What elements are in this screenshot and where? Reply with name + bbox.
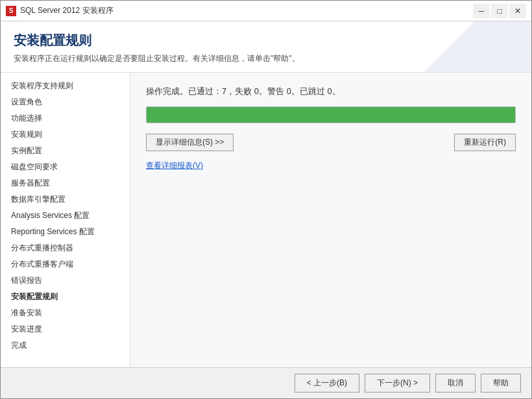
sidebar-item-6[interactable]: 服务器配置 <box>1 175 130 191</box>
cancel-button[interactable]: 取消 <box>435 374 476 393</box>
main-content: 安装配置规则 安装程序正在运行规则以确定是否要阻止安装过程。有关详细信息，请单击… <box>1 21 531 367</box>
close-button[interactable]: ✕ <box>509 4 526 18</box>
rerun-button[interactable]: 重新运行(R) <box>454 134 516 151</box>
next-button[interactable]: 下一步(N) > <box>365 374 430 393</box>
header-bg-decoration <box>402 21 531 73</box>
page-header: 安装配置规则 安装程序正在运行规则以确定是否要阻止安装过程。有关详细信息，请单击… <box>1 21 531 73</box>
sidebar-item-1[interactable]: 设置角色 <box>1 94 130 110</box>
content-split: 安装程序支持规则设置角色功能选择安装规则实例配置磁盘空间要求服务器配置数据库引擎… <box>1 73 531 367</box>
sidebar-item-16[interactable]: 完成 <box>1 337 130 354</box>
sidebar: 安装程序支持规则设置角色功能选择安装规则实例配置磁盘空间要求服务器配置数据库引擎… <box>1 73 130 367</box>
sidebar-item-10[interactable]: 分布式重播控制器 <box>1 240 130 256</box>
sidebar-item-8[interactable]: Analysis Services 配置 <box>1 208 130 224</box>
sidebar-item-5[interactable]: 磁盘空间要求 <box>1 159 130 175</box>
show-details-button[interactable]: 显示详细信息(S) >> <box>146 134 234 151</box>
right-panel: 操作完成。已通过：7，失败 0。警告 0。已跳过 0。 显示详细信息(S) >>… <box>130 73 531 367</box>
maximize-button[interactable]: □ <box>491 4 508 18</box>
main-window: S SQL Server 2012 安装程序 ─ □ ✕ 安装配置规则 安装程序… <box>0 0 532 399</box>
sidebar-item-7[interactable]: 数据库引擎配置 <box>1 191 130 208</box>
window-controls: ─ □ ✕ <box>473 4 526 18</box>
sidebar-item-14[interactable]: 准备安装 <box>1 305 130 321</box>
sidebar-item-4[interactable]: 实例配置 <box>1 143 130 159</box>
title-bar: S SQL Server 2012 安装程序 ─ □ ✕ <box>1 1 531 21</box>
progress-bar-container <box>146 106 516 123</box>
sidebar-item-3[interactable]: 安装规则 <box>1 127 130 143</box>
sidebar-item-13[interactable]: 安装配置规则 <box>1 289 130 305</box>
view-report-link[interactable]: 查看详细报表(V) <box>146 160 203 171</box>
sidebar-item-2[interactable]: 功能选择 <box>1 110 130 127</box>
bottom-bar: < 上一步(B) 下一步(N) > 取消 帮助 <box>1 367 531 398</box>
status-text: 操作完成。已通过：7，失败 0。警告 0。已跳过 0。 <box>146 86 516 97</box>
app-icon: S <box>6 6 16 16</box>
sidebar-item-11[interactable]: 分布式重播客户端 <box>1 256 130 272</box>
view-report-row: 查看详细报表(V) <box>146 160 516 171</box>
progress-bar-fill <box>147 107 515 123</box>
prev-button[interactable]: < 上一步(B) <box>295 374 359 393</box>
sidebar-item-0[interactable]: 安装程序支持规则 <box>1 78 130 94</box>
sidebar-item-12[interactable]: 错误报告 <box>1 272 130 289</box>
help-button[interactable]: 帮助 <box>481 374 521 393</box>
window-title: SQL Server 2012 安装程序 <box>20 5 473 16</box>
sidebar-item-15[interactable]: 安装进度 <box>1 321 130 337</box>
sidebar-item-9[interactable]: Reporting Services 配置 <box>1 224 130 240</box>
button-row: 显示详细信息(S) >> 重新运行(R) <box>146 134 516 151</box>
minimize-button[interactable]: ─ <box>473 4 490 18</box>
